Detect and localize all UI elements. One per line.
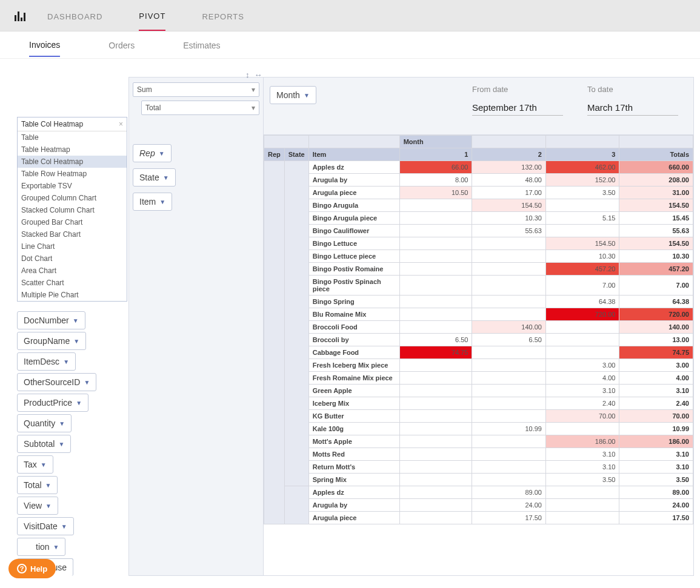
field-label: OtherSourceID	[24, 377, 80, 387]
row-total: 64.38	[619, 296, 693, 308]
value-cell	[472, 237, 546, 250]
row-field-label: Item	[139, 197, 156, 206]
row-field-chip[interactable]: Rep▼	[133, 144, 172, 162]
item-cell: Bingo Spring	[308, 296, 399, 308]
row-field-chip[interactable]: Item▼	[133, 193, 172, 211]
from-date-value[interactable]: September 17th	[472, 102, 563, 116]
value-cell	[472, 296, 546, 308]
subtab-invoices[interactable]: Invoices	[29, 33, 60, 57]
chart-type-option[interactable]: Grouped Bar Chart	[18, 216, 127, 228]
to-date-field[interactable]: To date March 17th	[587, 85, 678, 116]
field-chip-truncated[interactable]: tion▼	[17, 538, 65, 556]
header-rep[interactable]: Rep	[264, 148, 285, 161]
item-cell: Green Apple	[308, 385, 399, 397]
item-cell: Bingo Arugula piece	[308, 212, 399, 225]
to-date-value[interactable]: March 17th	[587, 102, 678, 116]
chart-type-option[interactable]: Table Heatmap	[18, 144, 127, 156]
value-cell: 720.00	[545, 308, 619, 321]
col-3[interactable]: 3	[545, 148, 619, 161]
help-button[interactable]: ? Help	[8, 559, 56, 578]
available-fields: DocNumber▼GroupName▼ItemDesc▼OtherSource…	[17, 309, 127, 576]
field-chip[interactable]: Total▼	[17, 476, 58, 494]
chart-type-option[interactable]: Exportable TSV	[18, 180, 127, 192]
row-field-label: State	[139, 173, 159, 182]
month-header: Month	[399, 136, 472, 148]
item-cell: Iceberg Mix	[308, 397, 399, 410]
col-field-month[interactable]: Month ▼	[270, 86, 316, 104]
field-chip[interactable]: GroupName▼	[17, 332, 86, 350]
value-cell	[399, 423, 472, 435]
col-1[interactable]: 1	[399, 148, 472, 161]
row-field-chip[interactable]: State▼	[133, 168, 176, 187]
table-row: Mott's Apple186.00186.00	[264, 435, 693, 448]
item-cell: Blu Romaine Mix	[308, 308, 399, 321]
item-cell: Arugula by	[308, 499, 399, 512]
table-row: Motts Red3.103.10	[264, 448, 693, 461]
value-cell	[399, 250, 472, 263]
item-cell: Bingo Lettuce	[308, 237, 399, 250]
subtab-orders[interactable]: Orders	[108, 33, 135, 56]
field-chip[interactable]: ItemDesc▼	[17, 352, 76, 371]
chevron-down-icon: ▼	[61, 523, 67, 530]
pivot-table: Month Rep State Item 1 2 3 Totals	[264, 135, 693, 524]
chart-type-option[interactable]: Multiple Pie Chart	[18, 289, 127, 301]
field-chip[interactable]: ProductPrice▼	[17, 394, 88, 412]
col-2[interactable]: 2	[472, 148, 546, 161]
chart-type-option[interactable]: Dot Chart	[18, 253, 127, 265]
field-chip[interactable]: Subtotal▼	[17, 435, 71, 453]
chevron-down-icon: ▼	[58, 441, 64, 448]
aggregator-field-select[interactable]: Total ▾	[141, 101, 259, 115]
chart-type-option[interactable]: Table	[18, 131, 127, 144]
table-row: Bingo Lettuce154.50154.50	[264, 237, 693, 250]
field-label: GroupName	[24, 336, 70, 346]
chart-type-option[interactable]: Stacked Column Chart	[18, 204, 127, 216]
chart-type-option[interactable]: Scatter Chart	[18, 277, 127, 289]
help-icon: ?	[17, 564, 27, 573]
field-chip[interactable]: Tax▼	[17, 455, 53, 474]
chart-type-option[interactable]: Area Chart	[18, 265, 127, 277]
aggregator-field-label: Total	[145, 104, 161, 112]
row-field-label: Rep	[139, 148, 155, 158]
swap-vertical-icon[interactable]: ↕	[245, 70, 250, 79]
aggregator-select[interactable]: Sum ▾	[133, 82, 259, 97]
item-cell: Mott's Apple	[308, 435, 399, 448]
row-total: 7.00	[619, 276, 693, 296]
chart-type-select[interactable]: Table Col Heatmap × TableTable HeatmapTa…	[17, 117, 127, 302]
field-chip[interactable]: VisitDate▼	[17, 517, 74, 535]
nav-reports[interactable]: REPORTS	[202, 1, 244, 30]
table-row: Arugula piece17.5017.50	[264, 512, 693, 524]
row-total: 457.20	[619, 263, 693, 276]
subtab-estimates[interactable]: Estimates	[183, 33, 220, 56]
from-date-field[interactable]: From date September 17th	[472, 85, 563, 116]
value-cell: 10.99	[472, 423, 546, 435]
chart-type-option[interactable]: Line Chart	[18, 240, 127, 253]
nav-pivot[interactable]: PIVOT	[139, 1, 165, 31]
value-cell	[399, 308, 472, 321]
from-date-label: From date	[472, 85, 563, 94]
header-item[interactable]: Item	[308, 148, 399, 161]
item-cell: Cabbage Food	[308, 346, 399, 359]
chart-type-selected[interactable]: Table Col Heatmap ×	[18, 117, 127, 131]
row-total: 10.30	[619, 250, 693, 263]
field-chip[interactable]: View▼	[17, 497, 58, 515]
field-chip[interactable]: DocNumber▼	[17, 311, 85, 329]
swap-horizontal-icon[interactable]: ↔	[255, 70, 262, 79]
item-cell: Bingo Postiv Spinach piece	[308, 276, 399, 296]
row-total: 4.00	[619, 372, 693, 385]
field-chip[interactable]: Quantity▼	[17, 414, 72, 432]
row-total: 208.00	[619, 174, 693, 187]
value-cell: 64.38	[545, 296, 619, 308]
chart-type-option[interactable]: Table Col Heatmap	[18, 156, 127, 168]
chart-type-option[interactable]: Table Row Heatmap	[18, 168, 127, 180]
chart-type-option[interactable]: Stacked Bar Chart	[18, 228, 127, 240]
header-state[interactable]: State	[284, 148, 308, 161]
table-row: Apples dz89.0089.00	[264, 486, 693, 499]
nav-dashboard[interactable]: DASHBOARD	[47, 1, 102, 30]
field-chip[interactable]: OtherSourceID▼	[17, 373, 96, 391]
chart-type-option[interactable]: Grouped Column Chart	[18, 192, 127, 204]
value-cell: 7.00	[545, 276, 619, 296]
item-cell: Fresh Iceberg Mix piece	[308, 359, 399, 372]
clear-icon[interactable]: ×	[119, 120, 123, 128]
table-row: Bingo Arugula piece10.305.1515.45	[264, 212, 693, 225]
value-cell: 48.00	[472, 174, 546, 187]
